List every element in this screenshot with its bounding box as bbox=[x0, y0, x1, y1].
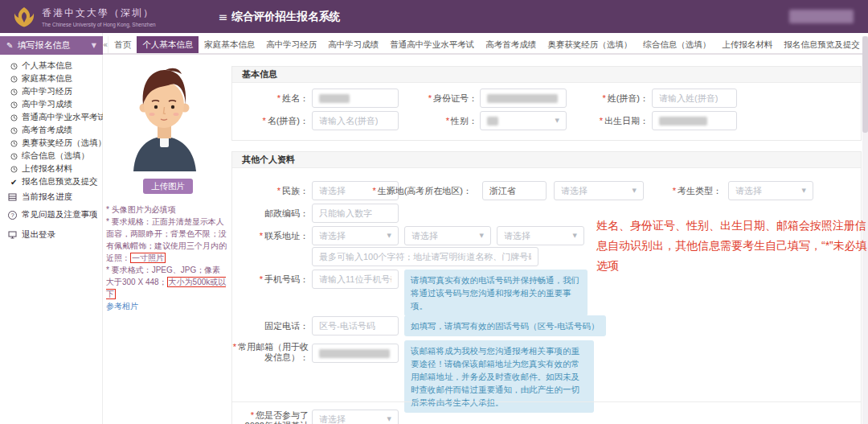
sidebar-item-preview-submit[interactable]: ✔ 报名信息预览及提交 bbox=[0, 175, 103, 188]
email-label: *常用邮箱（用于收发信息）： bbox=[232, 342, 309, 363]
clock-icon bbox=[10, 114, 18, 121]
university-name-cn: 香港中文大學（深圳） bbox=[42, 6, 156, 20]
sidebar-item-personal-basic[interactable]: 个人基本信息 bbox=[0, 60, 103, 72]
sidebar-link-current-progress[interactable]: 当前报名进度 bbox=[0, 191, 103, 204]
birthdate-label: *出生日期： bbox=[570, 111, 649, 130]
qiangji-plan-select[interactable]: 请选择▼ bbox=[312, 410, 399, 424]
help-icon: ? bbox=[8, 211, 17, 220]
clock-icon bbox=[10, 101, 18, 109]
origin-city-select[interactable]: 请选择▼ bbox=[554, 181, 644, 200]
name-label: *姓名： bbox=[232, 89, 309, 108]
sidebar-item-list: 个人基本信息 家庭基本信息 高中学习经历 高中学习成绩 普通高中学业水平考试 高… bbox=[0, 60, 103, 188]
tab-highschool-experience[interactable]: 高中学习经历 bbox=[260, 36, 322, 53]
gender-label: *性别： bbox=[397, 111, 477, 130]
surname-pinyin-label: *姓(拼音)： bbox=[570, 89, 649, 108]
givenname-pinyin-input[interactable]: 请输入名(拼音) bbox=[312, 111, 399, 130]
tab-gaokao-first-exam[interactable]: 高考首考成绩 bbox=[480, 36, 542, 53]
mobile-input[interactable]: 请输入11位手机号码 bbox=[312, 270, 399, 289]
sidebar-group-fill-application[interactable]: ✎ 填写报名信息 ▼ bbox=[0, 36, 103, 55]
landline-row: 固定电话： 区号-电话号码 如填写，请填写有效的固话号码（区号-电话号码） bbox=[232, 316, 861, 335]
email-row: *常用邮箱（用于收发信息）： 该邮箱将成为我校与您沟通报考相关事项的重要途径！请… bbox=[232, 340, 861, 389]
chevron-down-icon: ▼ bbox=[573, 233, 577, 239]
name-input[interactable] bbox=[312, 89, 399, 108]
address-label: *联系地址： bbox=[232, 226, 309, 245]
scroll-tabs-left-button[interactable]: « bbox=[103, 36, 108, 53]
postcode-input[interactable]: 只能输入数字 bbox=[312, 204, 399, 223]
chevron-down-icon: ▼ bbox=[555, 117, 559, 124]
gender-select[interactable]: ▼ bbox=[480, 111, 567, 130]
tab-home[interactable]: 首页 bbox=[108, 36, 137, 53]
address-detail-input[interactable]: 最多可输入100个字符；地址请写明街道名称、门牌号码、楼层和房间号等信息 bbox=[312, 247, 538, 266]
address-province-select[interactable]: 请选择▼ bbox=[312, 226, 399, 245]
landline-input[interactable]: 区号-电话号码 bbox=[312, 316, 399, 335]
hamburger-icon[interactable]: ≡ bbox=[219, 10, 228, 23]
photo-requirements-note: * 头像图片为必填项 * 要求规格：正面并清楚显示本人面容，两眼睁开；背景色不限… bbox=[106, 204, 228, 312]
clock-icon bbox=[10, 76, 18, 83]
origin-region-label: *生源地(高考所在地区)： bbox=[361, 181, 472, 200]
address-district-select[interactable]: 请选择▼ bbox=[497, 226, 584, 245]
user-account-redacted[interactable] bbox=[789, 10, 854, 23]
ethnicity-origin-type-row: *民族： 请选择▼ *生源地(高考所在地区)： 浙江省 请选择▼ *考生类型： … bbox=[232, 181, 861, 200]
sidebar-item-olympiad-awards[interactable]: 奥赛获奖经历（选填） bbox=[0, 137, 103, 150]
tab-preview-submit[interactable]: 报名信息预览及提交 bbox=[778, 36, 866, 53]
postcode-label: 邮政编码： bbox=[232, 204, 309, 223]
sidebar-item-upload-materials[interactable]: 上传报名材料 bbox=[0, 163, 103, 175]
redacted-value bbox=[659, 117, 707, 126]
basic-row-2: *名(拼音)： 请输入名(拼音) *性别： ▼ *出生日期： bbox=[232, 111, 861, 130]
email-input[interactable] bbox=[312, 344, 399, 363]
chevron-down-icon: ▼ bbox=[802, 187, 806, 194]
reference-photo-link[interactable]: 参考相片 bbox=[106, 300, 228, 312]
tab-bar: « 首页 个人基本信息 家庭基本信息 高中学习经历 高中学习成绩 普通高中学业水… bbox=[103, 36, 868, 55]
ethnicity-label: *民族： bbox=[232, 181, 309, 200]
birthdate-input[interactable] bbox=[652, 111, 737, 130]
double-chevron-left-icon: « bbox=[103, 40, 108, 49]
surname-pinyin-input[interactable]: 请输入姓(拼音) bbox=[652, 89, 737, 108]
tab-olympiad-awards[interactable]: 奥赛获奖经历（选填） bbox=[542, 36, 637, 53]
university-logo bbox=[13, 6, 35, 28]
id-number-label: *身份证号： bbox=[397, 89, 477, 108]
origin-province-input[interactable]: 浙江省 bbox=[482, 181, 547, 200]
red-highlight-box: 一寸照片 bbox=[130, 253, 166, 263]
sidebar-item-academic-level-exam[interactable]: 普通高中学业水平考试 bbox=[0, 111, 103, 124]
chevron-down-icon: ▼ bbox=[387, 233, 391, 239]
sidebar: ✎ 填写报名信息 ▼ 个人基本信息 家庭基本信息 高中学习经历 高中学习成绩 普… bbox=[0, 33, 103, 424]
photo-note-required: * 头像图片为必填项 bbox=[106, 204, 228, 216]
address-city-select[interactable]: 请选择▼ bbox=[404, 226, 491, 245]
chevron-down-icon: ▼ bbox=[387, 416, 391, 422]
tab-academic-level-exam[interactable]: 普通高中学业水平考试 bbox=[384, 36, 480, 53]
progress-list-icon bbox=[8, 193, 17, 201]
clock-icon bbox=[10, 140, 18, 147]
tab-comprehensive-info[interactable]: 综合信息（选填） bbox=[637, 36, 716, 53]
sidebar-item-comprehensive-info[interactable]: 综合信息（选填） bbox=[0, 150, 103, 163]
photo-note-format: * 要求格式：JPEG、JPG；像素大于300 X 448；大小为500k或以下 bbox=[106, 264, 228, 300]
chevron-down-icon: ▼ bbox=[480, 233, 484, 239]
university-name-en: The Chinese University of Hong Kong, She… bbox=[42, 22, 156, 27]
landline-label: 固定电话： bbox=[232, 316, 309, 335]
sidebar-item-highschool-grades[interactable]: 高中学习成绩 bbox=[0, 98, 103, 111]
candidate-type-select[interactable]: 请选择▼ bbox=[728, 181, 813, 200]
sidebar-item-family-basic[interactable]: 家庭基本信息 bbox=[0, 72, 103, 85]
tab-upload-materials[interactable]: 上传报名材料 bbox=[716, 36, 778, 53]
sidebar-item-gaokao-first-exam[interactable]: 高考首考成绩 bbox=[0, 124, 103, 137]
clock-icon bbox=[10, 127, 18, 134]
tab-highschool-grades[interactable]: 高中学习成绩 bbox=[322, 36, 384, 53]
clock-icon bbox=[10, 63, 18, 70]
avatar-placeholder-image bbox=[125, 63, 203, 171]
other-info-section: 其他个人资料 *民族： 请选择▼ *生源地(高考所在地区)： 浙江省 请选择▼ … bbox=[231, 151, 862, 424]
basic-info-section: 基本信息 *姓名： *身份证号： *姓(拼音)： 请输入姓(拼音) *名(拼音)… bbox=[231, 66, 862, 141]
clock-icon bbox=[10, 166, 18, 173]
id-number-input[interactable] bbox=[480, 89, 567, 108]
sidebar-link-logout[interactable]: 退出登录 bbox=[0, 228, 103, 241]
givenname-pinyin-label: *名(拼音)： bbox=[232, 111, 309, 130]
logout-monitor-icon bbox=[8, 231, 17, 239]
university-branding: 香港中文大學（深圳） The Chinese University of Hon… bbox=[13, 6, 156, 28]
scrollbar-thumb[interactable] bbox=[862, 36, 868, 133]
tab-family-basic[interactable]: 家庭基本信息 bbox=[199, 36, 260, 53]
tab-personal-basic[interactable]: 个人基本信息 bbox=[137, 36, 199, 53]
mobile-label: *手机号码： bbox=[232, 270, 309, 289]
sidebar-item-highschool-experience[interactable]: 高中学习经历 bbox=[0, 85, 103, 98]
basic-row-1: *姓名： *身份证号： *姓(拼音)： 请输入姓(拼音) bbox=[232, 89, 861, 108]
redacted-value bbox=[319, 349, 390, 358]
sidebar-link-faq[interactable]: ? 常见问题及注意事项 bbox=[0, 208, 103, 221]
upload-photo-button[interactable]: 上传图片 bbox=[143, 179, 193, 194]
